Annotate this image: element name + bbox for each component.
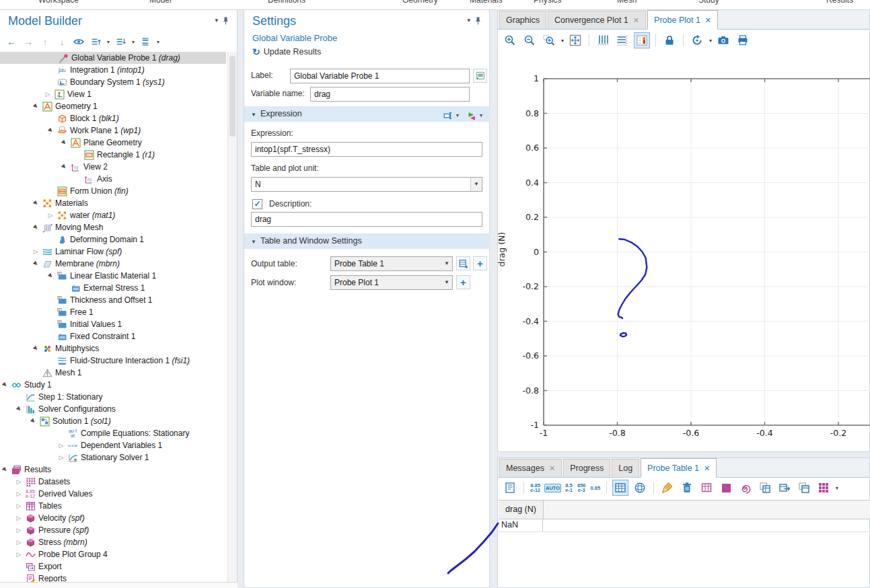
ribbon-tab-mesh[interactable]: Mesh [617, 0, 637, 5]
copy-table-icon[interactable] [796, 480, 812, 496]
ribbon-tab-physics[interactable]: Physics [534, 0, 561, 5]
chevron-down-icon[interactable]: ▾ [215, 17, 218, 24]
tree-item-view-2[interactable]: ▶xyView 2 [0, 161, 226, 173]
collapse-arrow-icon[interactable]: ▶ [26, 414, 40, 428]
expand-arrow-icon[interactable]: ▷ [44, 88, 52, 100]
ribbon-tab-results[interactable]: Results [826, 0, 853, 5]
tree-item-integration-1[interactable]: ∫duIntegration 1 (intop1) [0, 64, 226, 76]
tree-scrollbar[interactable] [227, 52, 237, 588]
tree-item-rectangle-1[interactable]: Rectangle 1 (r1) [0, 149, 226, 161]
table-tab-probe-table-1[interactable]: Probe Table 1✕ [641, 458, 717, 478]
collapse-arrow-icon[interactable]: ▶ [57, 159, 71, 174]
table-view-icon[interactable] [612, 480, 628, 496]
tree-item-geometry-1[interactable]: ▶Geometry 1 [0, 100, 226, 112]
grid-x-icon[interactable] [595, 32, 611, 48]
ribbon-tab-definitions[interactable]: Definitions [268, 0, 305, 5]
expand-arrow-icon[interactable]: ▷ [32, 246, 40, 258]
swirl-plot-icon[interactable] [737, 480, 754, 496]
collapse-arrow-icon[interactable]: ▶ [43, 268, 57, 283]
expand-arrow-icon[interactable]: ▷ [57, 451, 65, 464]
update-results-button[interactable]: ↻ Update Results [252, 46, 321, 57]
tree-item-compile-equations-stationary[interactable]: au·fatCompile Equations: Stationary [0, 427, 226, 439]
export-table-icon[interactable] [776, 480, 793, 496]
graphics-tab-graphics[interactable]: Graphics [499, 11, 546, 29]
chevron-down-icon[interactable]: ▾ [836, 485, 838, 491]
show-icon[interactable] [73, 36, 85, 48]
label-input[interactable] [290, 69, 470, 83]
unit-select[interactable]: N ▼ [251, 177, 482, 192]
expand-arrow-icon[interactable]: ▷ [15, 488, 23, 500]
tree-item-tables[interactable]: ▷Tables [0, 500, 226, 512]
print-icon[interactable] [735, 32, 751, 48]
tree-item-form-union[interactable]: Form Union (fin) [0, 185, 226, 197]
collapse-arrow-icon[interactable]: ▶ [28, 99, 42, 113]
chevron-down-icon[interactable]: ▾ [467, 17, 470, 24]
tree-item-boundary-system-1[interactable]: Boundary System 1 (sys1) [0, 76, 226, 88]
chevron-down-icon[interactable]: ▾ [561, 38, 564, 44]
copy-table-headers-icon[interactable] [757, 480, 773, 496]
rename-form-icon[interactable] [473, 69, 487, 83]
update-plot-icon[interactable] [689, 32, 705, 48]
collapse-arrow-icon[interactable]: ▶ [57, 135, 71, 149]
zoom-box-icon[interactable] [541, 32, 557, 48]
tree-item-velocity[interactable]: ▷Velocity (spf) [0, 512, 226, 524]
new-plot-window-button[interactable]: + [456, 275, 470, 289]
tree-item-solution-1[interactable]: ▶Solution 1 (sol1) [0, 415, 226, 427]
table-header-cell[interactable]: drag (N) [499, 501, 544, 519]
probe-table[interactable]: drag (N) NaN [499, 500, 870, 587]
tree-item-mesh-1[interactable]: Mesh 1 [0, 367, 226, 379]
tree-item-laminar-flow[interactable]: ▷Laminar Flow (spf) [0, 246, 226, 258]
go-to-table-icon[interactable] [456, 256, 470, 270]
back-icon[interactable]: ← [5, 36, 17, 48]
tree-item-study-1[interactable]: ▶Study 1 [0, 379, 226, 391]
delete-icon[interactable] [679, 480, 695, 496]
chevron-down-icon[interactable]: ▾ [107, 39, 110, 45]
chevron-down-icon[interactable]: ▾ [157, 39, 159, 45]
color-swatch-icon[interactable] [718, 480, 734, 496]
tree-item-results[interactable]: ▶Results [0, 464, 226, 476]
chevron-down-icon[interactable]: ▾ [132, 39, 135, 45]
output-table-select[interactable]: Probe Table 1 ▼ [330, 256, 453, 271]
tree-item-stationary-solver-1[interactable]: ▷Stationary Solver 1 [0, 451, 226, 464]
ribbon-tab-model[interactable]: Model [149, 0, 172, 5]
sphere-view-icon[interactable] [632, 480, 648, 496]
tree-item-export[interactable]: Export [0, 560, 226, 573]
grid-y-icon[interactable] [614, 32, 630, 48]
tree-item-deforming-domain-1[interactable]: Deforming Domain 1 [0, 233, 226, 246]
table-grid-icon[interactable] [815, 480, 832, 496]
ribbon-tab-study[interactable]: Study [698, 0, 719, 5]
insert-expression-icon[interactable] [442, 110, 454, 122]
table-window-section-header[interactable]: ▼Table and Window Settings [244, 233, 491, 249]
zoom-extents-icon[interactable] [567, 32, 583, 48]
expand-arrow-icon[interactable]: ▷ [15, 536, 23, 548]
node-grouping-icon[interactable] [139, 36, 151, 48]
tree-item-stress[interactable]: ▷Stress (mbrn) [0, 536, 226, 548]
tree-item-linear-elastic-material-1[interactable]: ▶DLinear Elastic Material 1 [0, 270, 226, 282]
tree-scrollbar-thumb[interactable] [229, 56, 235, 137]
format-engineering-icon[interactable]: 8.5e-1 [565, 482, 573, 494]
table-tab-messages[interactable]: Messages✕ [499, 459, 562, 477]
expression-input[interactable] [251, 142, 482, 157]
format-decimal-icon[interactable]: 0.85 [590, 484, 602, 492]
tree-item-thickness-and-offset-1[interactable]: DThickness and Offset 1 [0, 294, 226, 306]
expand-arrow-icon[interactable]: ▷ [15, 512, 23, 524]
ribbon-tab-geometry[interactable]: Geometry [402, 0, 438, 5]
collapse-arrow-icon[interactable]: ▶ [43, 123, 57, 137]
close-icon[interactable]: ✕ [633, 11, 639, 29]
tree-item-probe-plot-group-4[interactable]: ▷Probe Plot Group 4 [0, 548, 226, 560]
ribbon-tab-materials[interactable]: Materials [470, 0, 503, 5]
lock-axes-icon[interactable] [661, 32, 678, 48]
chevron-down-icon[interactable]: ▾ [480, 108, 482, 123]
pin-icon[interactable] [475, 17, 481, 26]
collapse-arrow-icon[interactable]: ▶ [0, 377, 12, 392]
expand-arrow-icon[interactable]: ▷ [46, 209, 55, 221]
description-checkbox[interactable]: ✓ [252, 199, 262, 209]
format-scientific-icon[interactable]: 8.85e-12 [530, 482, 541, 494]
tree-item-water[interactable]: ▷water (mat1) [0, 209, 226, 221]
variable-name-input[interactable] [310, 87, 470, 102]
clear-table-icon[interactable] [659, 480, 676, 496]
table-row[interactable]: NaN [499, 519, 870, 532]
close-icon[interactable]: ✕ [549, 460, 555, 477]
forward-icon[interactable]: → [22, 36, 34, 48]
tree-item-view-1[interactable]: ▷View 1 [0, 88, 226, 100]
